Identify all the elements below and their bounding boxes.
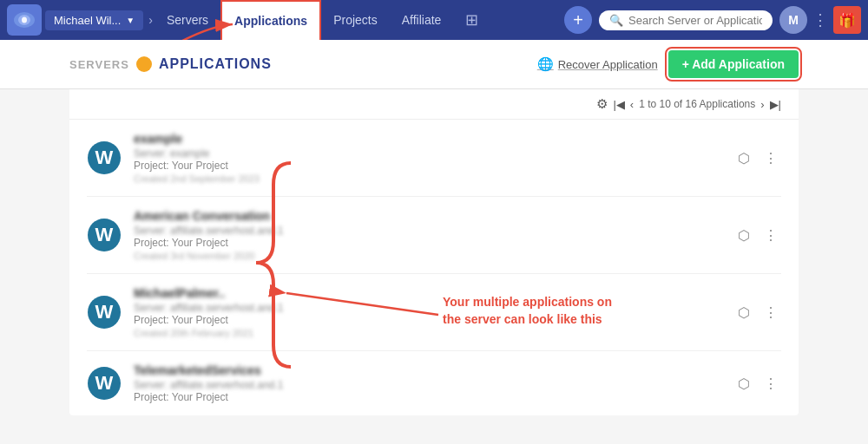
wordpress-icon: W	[88, 141, 121, 174]
app-server: Server: affiliate.serverhost.and.1	[134, 225, 734, 237]
add-application-button[interactable]: + Add Application	[668, 50, 799, 78]
header-actions: 🌐 Recover Application + Add Application	[537, 50, 799, 78]
top-navigation: Michael Wil... ▼ › Servers Applications …	[0, 0, 868, 40]
recover-icon: 🌐	[537, 56, 554, 72]
wordpress-icon: W	[88, 367, 121, 400]
app-project: Project: Your Project	[134, 237, 734, 249]
nav-affiliate[interactable]: Affiliate	[390, 0, 454, 40]
next-page-icon[interactable]: ›	[760, 98, 764, 111]
wordpress-icon: W	[88, 296, 121, 329]
app-details: TelemarketedServices Server: affiliate.s…	[134, 363, 734, 403]
app-list-item: W TelemarketedServices Server: affiliate…	[87, 351, 781, 415]
pagination-info: 1 to 10 of 16 Applications	[639, 98, 755, 110]
app-server: Server: affiliate.serverhost.and.1	[134, 302, 734, 314]
app-project: Project: Your Project	[134, 160, 734, 172]
open-app-button[interactable]: ⬡	[734, 372, 753, 395]
nav-applications[interactable]: Applications	[220, 0, 321, 40]
app-list-item: W example Server: example Project: Your …	[87, 120, 781, 197]
page-header: SERVERS APPLICATIONS 🌐 Recover Applicati…	[0, 40, 868, 89]
app-icon: W	[87, 366, 122, 401]
open-app-button[interactable]: ⬡	[734, 301, 753, 324]
app-date: Created 3rd November 2020	[134, 251, 734, 261]
logo	[7, 4, 42, 36]
app-server: Server: affiliate.serverhost.and.1	[134, 379, 734, 391]
gift-icon[interactable]: 🎁	[833, 6, 861, 34]
app-actions: ⬡ ⋮	[734, 147, 781, 170]
chevron-down-icon: ▼	[126, 16, 135, 25]
wordpress-icon: W	[88, 219, 121, 251]
table-controls: ⚙ |◀ ‹ 1 to 10 of 16 Applications › ▶|	[69, 89, 799, 120]
svg-point-2	[22, 17, 27, 23]
app-list-item: W MichaelPalmer.. Server: affiliate.serv…	[87, 274, 781, 351]
nav-servers[interactable]: Servers	[155, 0, 220, 40]
app-icon: W	[87, 140, 122, 175]
app-actions: ⬡ ⋮	[734, 372, 781, 395]
app-details: MichaelPalmer.. Server: affiliate.server…	[134, 286, 734, 338]
breadcrumb-servers: SERVERS	[69, 58, 129, 71]
search-input[interactable]	[628, 14, 762, 27]
app-more-button[interactable]: ⋮	[760, 147, 781, 170]
avatar[interactable]: M	[779, 6, 807, 34]
breadcrumb: SERVERS APPLICATIONS	[69, 56, 272, 72]
user-menu[interactable]: Michael Wil... ▼	[45, 10, 143, 30]
app-project: Project: Your Project	[134, 314, 734, 326]
nav-projects[interactable]: Projects	[321, 0, 390, 40]
app-server: Server: example	[134, 147, 734, 160]
app-name: American Conversation	[134, 209, 734, 223]
app-details: American Conversation Server: affiliate.…	[134, 209, 734, 261]
breadcrumb-applications: APPLICATIONS	[159, 56, 272, 72]
applications-list-container: ⚙ |◀ ‹ 1 to 10 of 16 Applications › ▶| W…	[69, 89, 799, 415]
app-more-button[interactable]: ⋮	[760, 224, 781, 247]
app-more-button[interactable]: ⋮	[760, 372, 781, 395]
breadcrumb-separator	[136, 56, 152, 72]
filter-icon[interactable]: ⚙	[596, 96, 608, 112]
open-app-button[interactable]: ⬡	[734, 224, 753, 247]
app-list-item: W American Conversation Server: affiliat…	[87, 197, 781, 274]
search-bar[interactable]: 🔍	[599, 10, 773, 30]
app-name: MichaelPalmer..	[134, 286, 734, 300]
app-details: example Server: example Project: Your Pr…	[134, 132, 734, 184]
first-page-icon[interactable]: |◀	[613, 98, 624, 111]
app-date: Created 2nd September 2023	[134, 173, 734, 184]
last-page-icon[interactable]: ▶|	[770, 98, 781, 111]
app-more-button[interactable]: ⋮	[760, 301, 781, 324]
app-name: example	[134, 132, 734, 146]
app-icon: W	[87, 218, 122, 252]
app-name: TelemarketedServices	[134, 363, 734, 377]
applications-list: W example Server: example Project: Your …	[69, 120, 799, 415]
nav-separator-1: ›	[148, 13, 153, 27]
recover-application-button[interactable]: 🌐 Recover Application	[537, 56, 658, 72]
user-label: Michael Wil...	[54, 14, 121, 27]
nav-grid-menu[interactable]: ⊞	[453, 0, 490, 40]
app-date: Created 20th February 2021	[134, 328, 734, 338]
app-actions: ⬡ ⋮	[734, 224, 781, 247]
nav-plus-button[interactable]: +	[564, 6, 592, 34]
app-project: Project: Your Project	[134, 391, 734, 403]
more-options-icon[interactable]: ⋮	[812, 10, 828, 29]
app-icon: W	[87, 295, 122, 330]
prev-page-icon[interactable]: ‹	[630, 98, 634, 111]
app-actions: ⬡ ⋮	[734, 301, 781, 324]
search-icon: 🔍	[609, 14, 623, 27]
open-app-button[interactable]: ⬡	[734, 147, 753, 170]
